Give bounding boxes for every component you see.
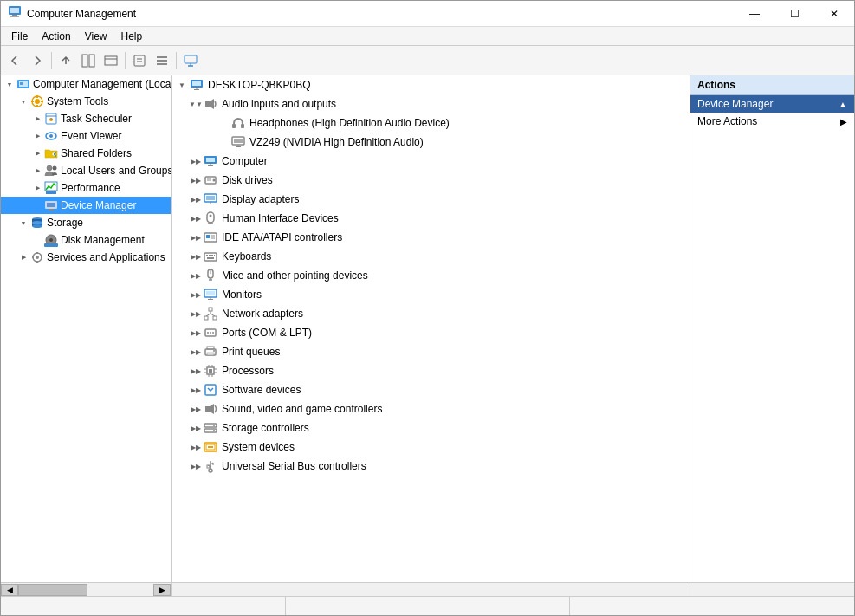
computer-button[interactable] bbox=[180, 50, 201, 71]
device-usb[interactable]: ▶ Universal Serial Bus controllers bbox=[172, 457, 690, 476]
shared-folders-label: Shared Folders bbox=[61, 147, 132, 159]
root-expand-icon[interactable] bbox=[3, 77, 16, 91]
hid-expand[interactable]: ▶ bbox=[189, 211, 203, 225]
forward-button[interactable] bbox=[27, 50, 48, 71]
svg-point-111 bbox=[207, 332, 209, 334]
display-expand[interactable]: ▶ bbox=[189, 192, 203, 206]
storage-ctrl-expand[interactable]: ▶ bbox=[189, 421, 203, 435]
up-button[interactable] bbox=[55, 50, 76, 71]
device-headphones[interactable]: Headphones (High Definition Audio Device… bbox=[172, 113, 690, 133]
svg-rect-64 bbox=[232, 124, 236, 128]
device-hid[interactable]: ▶ Human Interface Devices bbox=[172, 209, 690, 228]
window-button[interactable] bbox=[100, 50, 121, 71]
minimize-button[interactable]: — bbox=[735, 1, 774, 27]
device-audio[interactable]: ▼ Audio inputs and outputs bbox=[172, 94, 690, 113]
ide-expand[interactable]: ▶ bbox=[189, 230, 203, 244]
tree-panel: Computer Management (Local System Tools bbox=[1, 75, 172, 582]
processors-expand[interactable]: ▶ bbox=[189, 364, 203, 378]
device-sound[interactable]: ▶ Sound, video and game controllers bbox=[172, 399, 690, 418]
scroll-right[interactable]: ▶ bbox=[153, 584, 171, 596]
computer-expand[interactable]: ▶ bbox=[189, 154, 203, 168]
monitors-expand[interactable]: ▶ bbox=[189, 288, 203, 302]
svg-point-83 bbox=[210, 215, 212, 217]
ide-icon bbox=[203, 230, 218, 245]
tree-event-viewer[interactable]: Event Viewer bbox=[1, 127, 171, 145]
svg-point-37 bbox=[55, 155, 56, 157]
device-processors[interactable]: ▶ Processors bbox=[172, 361, 690, 380]
scroll-track[interactable] bbox=[18, 584, 153, 596]
device-monitors[interactable]: ▶ Monitors bbox=[172, 285, 690, 304]
menu-help[interactable]: Help bbox=[114, 29, 150, 44]
local-users-expand[interactable] bbox=[30, 164, 44, 178]
actions-more[interactable]: More Actions ▶ bbox=[690, 113, 854, 130]
device-vz249[interactable]: VZ249 (NVIDIA High Definition Audio) bbox=[172, 133, 690, 152]
performance-expand[interactable] bbox=[30, 181, 44, 195]
tree-performance[interactable]: Performance bbox=[1, 179, 171, 197]
tree-disk-management[interactable]: Disk Management bbox=[1, 231, 171, 249]
tree-local-users[interactable]: Local Users and Groups bbox=[1, 162, 171, 179]
task-scheduler-expand[interactable] bbox=[30, 112, 44, 126]
software-expand[interactable]: ▶ bbox=[189, 383, 203, 397]
back-button[interactable] bbox=[4, 50, 25, 71]
scroll-left[interactable]: ◀ bbox=[1, 584, 18, 596]
svg-point-53 bbox=[36, 256, 39, 259]
device-display[interactable]: ▶ Display adapters bbox=[172, 190, 690, 209]
device-system[interactable]: ▶ System devices bbox=[172, 438, 690, 457]
network-expand[interactable]: ▶ bbox=[189, 307, 203, 321]
mice-expand[interactable]: ▶ bbox=[189, 269, 203, 282]
scroll-thumb[interactable] bbox=[18, 584, 87, 596]
device-keyboards[interactable]: ▶ Keyboards bbox=[172, 247, 690, 266]
usb-icon bbox=[203, 458, 218, 474]
tree-services[interactable]: Services and Applications bbox=[1, 249, 171, 266]
device-software[interactable]: ▶ Software devices bbox=[172, 380, 690, 399]
svg-point-38 bbox=[47, 165, 52, 171]
event-viewer-expand[interactable] bbox=[30, 129, 44, 143]
close-button[interactable]: ✕ bbox=[814, 1, 854, 27]
sound-expand[interactable]: ▶ bbox=[189, 402, 203, 416]
actions-device-manager-label: Device Manager bbox=[697, 98, 773, 110]
properties-button[interactable] bbox=[129, 50, 150, 71]
maximize-button[interactable]: ☐ bbox=[774, 1, 814, 27]
system-tools-expand[interactable] bbox=[16, 94, 30, 108]
usb-expand[interactable]: ▶ bbox=[189, 459, 203, 473]
monitors-icon bbox=[203, 287, 218, 302]
menu-action[interactable]: Action bbox=[35, 29, 77, 44]
device-computer[interactable]: ▶ Computer bbox=[172, 152, 690, 171]
tree-task-scheduler[interactable]: Task Scheduler bbox=[1, 110, 171, 127]
ports-expand[interactable]: ▶ bbox=[189, 326, 203, 340]
network-icon bbox=[203, 306, 218, 321]
tree-device-manager[interactable]: Device Manager bbox=[1, 197, 171, 214]
device-storage-ctrl[interactable]: ▶ Storage controllers bbox=[172, 418, 690, 438]
services-expand[interactable] bbox=[16, 250, 30, 264]
display-label: Display adapters bbox=[222, 193, 299, 205]
device-mice[interactable]: ▶ Mice and other pointing devices bbox=[172, 266, 690, 285]
print-expand[interactable]: ▶ bbox=[189, 345, 203, 359]
expand-button[interactable] bbox=[152, 50, 172, 71]
device-disk-drives[interactable]: ▶ Disk drives bbox=[172, 171, 690, 190]
audio-expand[interactable]: ▼ bbox=[189, 97, 203, 111]
storage-expand[interactable] bbox=[16, 216, 30, 230]
device-ports[interactable]: ▶ Ports (COM & LPT) bbox=[172, 323, 690, 342]
status-section-2 bbox=[286, 597, 571, 615]
show-hide-button[interactable] bbox=[78, 50, 99, 71]
root-label: Computer Management (Local bbox=[33, 78, 172, 90]
tree-shared-folders[interactable]: Shared Folders bbox=[1, 145, 171, 162]
ports-label: Ports (COM & LPT) bbox=[222, 327, 312, 339]
device-ide[interactable]: ▶ IDE ATA/ATAPI controllers bbox=[172, 228, 690, 247]
device-root-expand[interactable]: ▼ bbox=[175, 78, 189, 92]
tree-storage[interactable]: Storage bbox=[1, 214, 171, 231]
actions-device-manager[interactable]: Device Manager ▲ bbox=[690, 95, 854, 113]
system-expand[interactable]: ▶ bbox=[189, 440, 203, 454]
tree-system-tools[interactable]: System Tools bbox=[1, 93, 171, 110]
disk-drives-expand[interactable]: ▶ bbox=[189, 173, 203, 187]
menu-file[interactable]: File bbox=[4, 29, 35, 44]
actions-panel: Actions Device Manager ▲ More Actions ▶ bbox=[690, 75, 854, 582]
device-root[interactable]: ▼ DESKTOP-QBKP0BQ bbox=[172, 75, 690, 94]
menu-view[interactable]: View bbox=[78, 29, 114, 44]
svg-rect-67 bbox=[234, 139, 243, 143]
shared-folders-expand[interactable] bbox=[30, 146, 44, 160]
tree-root[interactable]: Computer Management (Local bbox=[1, 75, 171, 93]
device-print[interactable]: ▶ Print queues bbox=[172, 342, 690, 361]
keyboards-expand[interactable]: ▶ bbox=[189, 250, 203, 263]
device-network[interactable]: ▶ Network adapters bbox=[172, 304, 690, 323]
